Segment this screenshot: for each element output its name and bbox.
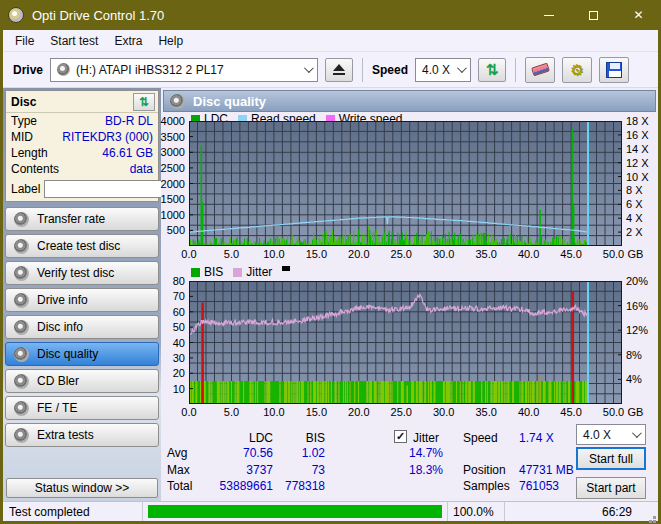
transfer-rate-icon bbox=[14, 212, 29, 227]
drive-label: Drive bbox=[13, 63, 43, 77]
speed-select-value: 4.0 X bbox=[422, 63, 450, 77]
axis-tick-label: 12% bbox=[626, 324, 648, 336]
sidebar-item-create-test-disc[interactable]: Create test disc bbox=[5, 234, 159, 258]
sidebar-item-transfer-rate[interactable]: Transfer rate bbox=[5, 207, 159, 231]
close-button[interactable]: ✕ bbox=[616, 0, 661, 30]
fe-te-icon bbox=[14, 401, 29, 416]
sidebar-filler bbox=[5, 447, 159, 476]
sidebar-item-label: Create test disc bbox=[37, 239, 120, 253]
menu-help[interactable]: Help bbox=[150, 32, 191, 50]
chevron-down-icon bbox=[304, 63, 314, 73]
start-part-button[interactable]: Start part bbox=[576, 477, 646, 499]
axis-tick-label: 2 X bbox=[626, 226, 643, 238]
sidebar-item-drive-info[interactable]: Drive info bbox=[5, 288, 159, 312]
sidebar-item-cd-bler[interactable]: CD Bler bbox=[5, 369, 159, 393]
chevron-down-icon bbox=[632, 428, 642, 438]
axis-tick-label: 1500 bbox=[161, 193, 185, 205]
menu-extra[interactable]: Extra bbox=[106, 32, 150, 50]
close-icon: ✕ bbox=[633, 8, 643, 22]
stat-row-label: Total bbox=[167, 479, 192, 493]
chart2-right-axis: 20%16%12%8%4% bbox=[624, 281, 656, 404]
speed-select[interactable]: 4.0 X bbox=[415, 58, 471, 82]
speed-info-value: 1.74 X bbox=[519, 431, 554, 445]
axis-unit-label: GB bbox=[628, 406, 644, 418]
legend-bis: BIS bbox=[191, 265, 223, 279]
axis-tick-label: 4 X bbox=[626, 212, 643, 224]
sidebar-item-label: CD Bler bbox=[37, 374, 79, 388]
axis-tick-label: 30.0 bbox=[433, 406, 454, 418]
legend-swatch bbox=[233, 268, 242, 277]
menu-file[interactable]: File bbox=[7, 32, 42, 50]
create-test-disc-icon bbox=[14, 239, 29, 254]
test-speed-select[interactable]: 4.0 X bbox=[576, 424, 646, 445]
speed-info-label: Speed bbox=[463, 431, 498, 445]
disc-field-mid: MIDRITEKDR3 (000) bbox=[6, 129, 158, 145]
disc-info-icon bbox=[14, 320, 29, 335]
chart1-left-axis: 4000350030002500200015001000500 bbox=[161, 121, 187, 246]
minimize-button[interactable] bbox=[526, 0, 571, 30]
refresh-disc-button[interactable]: ⇅ bbox=[133, 93, 155, 111]
axis-tick-label: 20.0 bbox=[348, 406, 369, 418]
sidebar-item-label: Verify test disc bbox=[37, 266, 114, 280]
axis-tick-label: 8% bbox=[626, 349, 642, 361]
erase-disc-button[interactable] bbox=[525, 57, 555, 83]
axis-tick-label: 18 X bbox=[626, 115, 649, 127]
refresh-drive-button[interactable]: ⇅ bbox=[478, 58, 506, 82]
drive-icon bbox=[57, 63, 70, 76]
sidebar-item-label: Extra tests bbox=[37, 428, 94, 442]
disc-field-type: TypeBD-R DL bbox=[6, 113, 158, 129]
bis-total-value: 778318 bbox=[279, 479, 325, 493]
disc-panel-title: Disc bbox=[11, 95, 36, 109]
axis-tick-label: 2000 bbox=[161, 178, 185, 190]
sidebar-item-label: FE / TE bbox=[37, 401, 77, 415]
main-header: Disc quality bbox=[163, 90, 656, 112]
drive-select-value: (H:) ATAPI iHBS312 2 PL17 bbox=[76, 63, 224, 77]
sidebar-item-verify-test-disc[interactable]: Verify test disc bbox=[5, 261, 159, 285]
chart2-x-axis: 0.05.010.015.020.025.030.035.040.045.050… bbox=[189, 406, 639, 418]
position-info-label: Position bbox=[463, 463, 506, 477]
legend-jitter: Jitter bbox=[233, 265, 272, 279]
sidebar-item-label: Disc info bbox=[37, 320, 83, 334]
speed-label: Speed bbox=[372, 63, 408, 77]
axis-tick-label: 15.0 bbox=[306, 248, 327, 260]
refresh-icon: ⇅ bbox=[486, 62, 499, 77]
save-icon bbox=[606, 62, 622, 78]
axis-tick-label: 20% bbox=[626, 275, 648, 287]
status-window-button[interactable]: Status window >> bbox=[6, 478, 158, 498]
stat-row-label: Avg bbox=[167, 446, 187, 460]
axis-tick-label: 0.0 bbox=[181, 406, 196, 418]
drive-select[interactable]: (H:) ATAPI iHBS312 2 PL17 bbox=[50, 58, 318, 82]
sidebar-item-disc-quality[interactable]: Disc quality bbox=[5, 342, 159, 366]
resize-grip[interactable] bbox=[653, 516, 656, 519]
statusbar: Test completed 100.0% 66:29 bbox=[3, 501, 658, 521]
toolbar: Drive (H:) ATAPI iHBS312 2 PL17 Speed 4.… bbox=[3, 52, 658, 88]
axis-tick-label: 16% bbox=[626, 300, 648, 312]
maximize-button[interactable] bbox=[571, 0, 616, 30]
start-full-button[interactable]: Start full bbox=[576, 447, 646, 470]
save-button[interactable] bbox=[599, 57, 629, 83]
sidebar-item-extra-tests[interactable]: Extra tests bbox=[5, 423, 159, 447]
options-button[interactable]: ⚙ bbox=[562, 57, 592, 83]
axis-tick-label: 500 bbox=[167, 224, 185, 236]
test-speed-value: 4.0 X bbox=[583, 428, 611, 442]
eject-button[interactable] bbox=[325, 58, 353, 82]
axis-unit-label: GB bbox=[628, 248, 644, 260]
menubar: File Start test Extra Help bbox=[3, 30, 658, 52]
status-text: Test completed bbox=[3, 502, 143, 521]
axis-tick-label: 40.0 bbox=[518, 248, 539, 260]
sidebar-item-disc-info[interactable]: Disc info bbox=[5, 315, 159, 339]
axis-tick-label: 5.0 bbox=[224, 406, 239, 418]
menu-start-test[interactable]: Start test bbox=[42, 32, 106, 50]
jitter-checkbox[interactable]: ✓ bbox=[394, 430, 407, 443]
sidebar-item-label: Disc quality bbox=[37, 347, 98, 361]
minimize-icon bbox=[544, 15, 554, 16]
axis-tick-label: 50 bbox=[173, 321, 185, 333]
ldc-column-header: LDC bbox=[201, 431, 273, 445]
contents-data-link[interactable]: data bbox=[130, 162, 153, 176]
stat-row-label: Max bbox=[167, 463, 190, 477]
axis-tick-label: 45.0 bbox=[560, 248, 581, 260]
cd-bler-icon bbox=[14, 374, 29, 389]
elapsed-time: 66:29 bbox=[505, 502, 658, 521]
sidebar-item-fe-te[interactable]: FE / TE bbox=[5, 396, 159, 420]
axis-tick-label: 6 X bbox=[626, 198, 643, 210]
